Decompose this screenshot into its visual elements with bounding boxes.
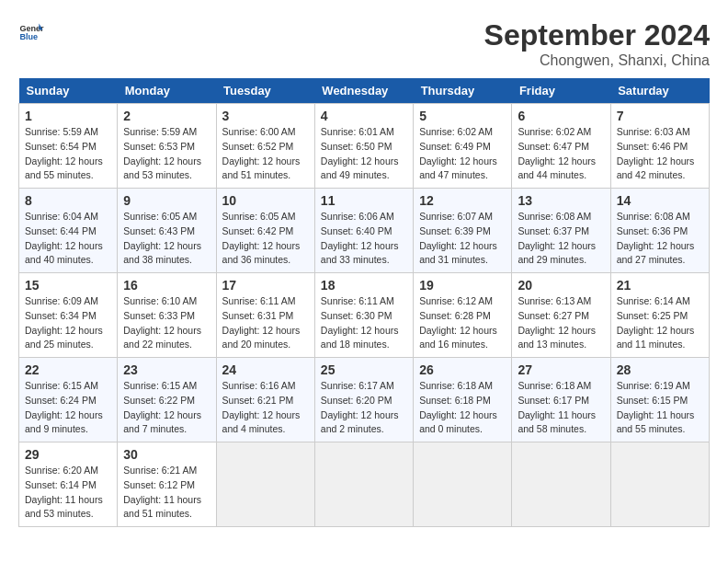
day-info: Sunrise: 6:02 AM Sunset: 6:47 PM Dayligh…: [518, 125, 604, 183]
logo-icon: General Blue: [18, 18, 44, 44]
calendar-week-1: 8 Sunrise: 6:04 AM Sunset: 6:44 PM Dayli…: [19, 189, 710, 273]
day-number: 13: [518, 193, 604, 208]
day-info: Sunrise: 6:20 AM Sunset: 6:14 PM Dayligh…: [25, 464, 111, 522]
day-number: 7: [617, 109, 703, 123]
table-row: 6 Sunrise: 6:02 AM Sunset: 6:47 PM Dayli…: [512, 104, 610, 189]
calendar-table: Sunday Monday Tuesday Wednesday Thursday…: [18, 78, 710, 527]
table-row: 24 Sunrise: 6:16 AM Sunset: 6:21 PM Dayl…: [216, 358, 314, 442]
month-year: September 2024: [484, 18, 710, 52]
calendar-week-3: 22 Sunrise: 6:15 AM Sunset: 6:24 PM Dayl…: [19, 358, 710, 442]
day-number: 3: [222, 109, 309, 123]
col-thursday: Thursday: [414, 78, 512, 104]
day-number: 28: [617, 362, 703, 377]
day-info: Sunrise: 6:10 AM Sunset: 6:33 PM Dayligh…: [123, 294, 210, 352]
table-row: 12 Sunrise: 6:07 AM Sunset: 6:39 PM Dayl…: [414, 189, 512, 273]
day-number: 26: [419, 362, 506, 377]
col-wednesday: Wednesday: [314, 78, 413, 104]
logo: General Blue: [18, 18, 44, 44]
table-row: 16 Sunrise: 6:10 AM Sunset: 6:33 PM Dayl…: [118, 273, 216, 358]
table-row: 27 Sunrise: 6:18 AM Sunset: 6:17 PM Dayl…: [512, 358, 610, 442]
table-row: 23 Sunrise: 6:15 AM Sunset: 6:22 PM Dayl…: [118, 358, 216, 442]
calendar-week-2: 15 Sunrise: 6:09 AM Sunset: 6:34 PM Dayl…: [19, 273, 710, 358]
day-number: 24: [222, 362, 309, 377]
day-info: Sunrise: 6:18 AM Sunset: 6:17 PM Dayligh…: [518, 379, 604, 437]
day-info: Sunrise: 6:02 AM Sunset: 6:49 PM Dayligh…: [419, 125, 506, 183]
table-row: 22 Sunrise: 6:15 AM Sunset: 6:24 PM Dayl…: [19, 358, 118, 442]
table-row: 14 Sunrise: 6:08 AM Sunset: 6:36 PM Dayl…: [610, 189, 709, 273]
day-info: Sunrise: 6:13 AM Sunset: 6:27 PM Dayligh…: [518, 294, 604, 352]
day-number: 30: [123, 447, 210, 462]
day-number: 10: [222, 193, 309, 208]
day-number: 6: [518, 109, 604, 123]
table-row: 3 Sunrise: 6:00 AM Sunset: 6:52 PM Dayli…: [216, 104, 314, 189]
day-info: Sunrise: 6:06 AM Sunset: 6:40 PM Dayligh…: [321, 210, 407, 268]
table-row: 19 Sunrise: 6:12 AM Sunset: 6:28 PM Dayl…: [414, 273, 512, 358]
day-info: Sunrise: 6:11 AM Sunset: 6:31 PM Dayligh…: [222, 294, 309, 352]
day-info: Sunrise: 6:05 AM Sunset: 6:43 PM Dayligh…: [123, 210, 210, 268]
table-row: 13 Sunrise: 6:08 AM Sunset: 6:37 PM Dayl…: [512, 189, 610, 273]
day-number: 25: [321, 362, 407, 377]
table-row: [610, 442, 709, 527]
day-info: Sunrise: 6:07 AM Sunset: 6:39 PM Dayligh…: [419, 210, 506, 268]
day-number: 16: [123, 278, 210, 293]
table-row: 30 Sunrise: 6:21 AM Sunset: 6:12 PM Dayl…: [118, 442, 216, 527]
table-row: 11 Sunrise: 6:06 AM Sunset: 6:40 PM Dayl…: [314, 189, 413, 273]
day-info: Sunrise: 6:05 AM Sunset: 6:42 PM Dayligh…: [222, 210, 309, 268]
table-row: 5 Sunrise: 6:02 AM Sunset: 6:49 PM Dayli…: [414, 104, 512, 189]
day-info: Sunrise: 6:15 AM Sunset: 6:22 PM Dayligh…: [123, 379, 210, 437]
day-number: 12: [419, 193, 506, 208]
table-row: 28 Sunrise: 6:19 AM Sunset: 6:15 PM Dayl…: [610, 358, 709, 442]
col-tuesday: Tuesday: [216, 78, 314, 104]
day-info: Sunrise: 6:03 AM Sunset: 6:46 PM Dayligh…: [617, 125, 703, 183]
calendar-week-0: 1 Sunrise: 5:59 AM Sunset: 6:54 PM Dayli…: [19, 104, 710, 189]
day-number: 4: [321, 109, 407, 123]
table-row: 1 Sunrise: 5:59 AM Sunset: 6:54 PM Dayli…: [19, 104, 118, 189]
header-row: Sunday Monday Tuesday Wednesday Thursday…: [19, 78, 710, 104]
day-number: 9: [123, 193, 210, 208]
day-info: Sunrise: 6:11 AM Sunset: 6:30 PM Dayligh…: [321, 294, 407, 352]
location: Chongwen, Shanxi, China: [484, 52, 710, 69]
col-monday: Monday: [118, 78, 216, 104]
svg-text:Blue: Blue: [19, 32, 38, 41]
day-number: 18: [321, 278, 407, 293]
table-row: 29 Sunrise: 6:20 AM Sunset: 6:14 PM Dayl…: [19, 442, 118, 527]
day-info: Sunrise: 6:21 AM Sunset: 6:12 PM Dayligh…: [123, 464, 210, 522]
day-number: 19: [419, 278, 506, 293]
day-info: Sunrise: 6:15 AM Sunset: 6:24 PM Dayligh…: [25, 379, 111, 437]
day-info: Sunrise: 6:16 AM Sunset: 6:21 PM Dayligh…: [222, 379, 309, 437]
day-info: Sunrise: 6:09 AM Sunset: 6:34 PM Dayligh…: [25, 294, 111, 352]
table-row: 9 Sunrise: 6:05 AM Sunset: 6:43 PM Dayli…: [118, 189, 216, 273]
day-info: Sunrise: 6:14 AM Sunset: 6:25 PM Dayligh…: [617, 294, 703, 352]
table-row: 8 Sunrise: 6:04 AM Sunset: 6:44 PM Dayli…: [19, 189, 118, 273]
day-number: 1: [25, 109, 111, 123]
day-number: 27: [518, 362, 604, 377]
day-number: 5: [419, 109, 506, 123]
table-row: 21 Sunrise: 6:14 AM Sunset: 6:25 PM Dayl…: [610, 273, 709, 358]
day-number: 17: [222, 278, 309, 293]
day-number: 20: [518, 278, 604, 293]
day-info: Sunrise: 6:01 AM Sunset: 6:50 PM Dayligh…: [321, 125, 407, 183]
title-block: September 2024 Chongwen, Shanxi, China: [484, 18, 710, 69]
table-row: [414, 442, 512, 527]
day-number: 22: [25, 362, 111, 377]
day-number: 21: [617, 278, 703, 293]
table-row: 20 Sunrise: 6:13 AM Sunset: 6:27 PM Dayl…: [512, 273, 610, 358]
table-row: 2 Sunrise: 5:59 AM Sunset: 6:53 PM Dayli…: [118, 104, 216, 189]
col-saturday: Saturday: [610, 78, 709, 104]
day-number: 29: [25, 447, 111, 462]
day-info: Sunrise: 6:19 AM Sunset: 6:15 PM Dayligh…: [617, 379, 703, 437]
table-row: 4 Sunrise: 6:01 AM Sunset: 6:50 PM Dayli…: [314, 104, 413, 189]
day-info: Sunrise: 5:59 AM Sunset: 6:54 PM Dayligh…: [25, 125, 111, 183]
table-row: 25 Sunrise: 6:17 AM Sunset: 6:20 PM Dayl…: [314, 358, 413, 442]
calendar-week-4: 29 Sunrise: 6:20 AM Sunset: 6:14 PM Dayl…: [19, 442, 710, 527]
day-number: 14: [617, 193, 703, 208]
table-row: [512, 442, 610, 527]
table-row: 18 Sunrise: 6:11 AM Sunset: 6:30 PM Dayl…: [314, 273, 413, 358]
table-row: 7 Sunrise: 6:03 AM Sunset: 6:46 PM Dayli…: [610, 104, 709, 189]
page-header: General Blue September 2024 Chongwen, Sh…: [18, 18, 710, 69]
day-info: Sunrise: 6:18 AM Sunset: 6:18 PM Dayligh…: [419, 379, 506, 437]
day-info: Sunrise: 6:08 AM Sunset: 6:36 PM Dayligh…: [617, 210, 703, 268]
day-number: 15: [25, 278, 111, 293]
table-row: 10 Sunrise: 6:05 AM Sunset: 6:42 PM Dayl…: [216, 189, 314, 273]
col-friday: Friday: [512, 78, 610, 104]
